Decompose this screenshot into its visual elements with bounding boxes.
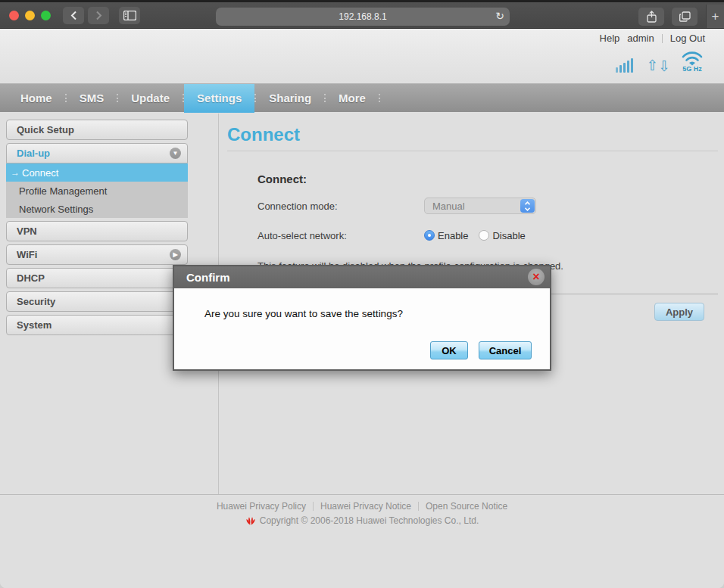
main-nav: Home SMS Update Settings Sharing More	[0, 83, 724, 112]
share-button[interactable]	[638, 8, 664, 26]
footer-divider	[418, 502, 419, 511]
connection-mode-value: Manual	[432, 201, 465, 212]
address-bar[interactable]: 192.168.8.1 ↻	[216, 8, 510, 26]
sidebar-item-dial-up[interactable]: Dial-up ▼	[6, 143, 188, 163]
reload-icon[interactable]: ↻	[495, 10, 504, 22]
help-link[interactable]: Help	[600, 33, 620, 44]
dial-up-submenu: → Connect Profile Management Network Set…	[6, 163, 188, 218]
connection-mode-label: Connection mode:	[257, 201, 424, 212]
confirm-dialog: Confirm × Are you sure you want to save …	[173, 265, 551, 371]
connection-mode-select[interactable]: Manual	[424, 198, 536, 214]
enable-radio-label[interactable]: Enable	[438, 230, 468, 241]
nav-tab-sharing[interactable]: Sharing	[256, 84, 324, 113]
nav-tab-more[interactable]: More	[326, 84, 379, 113]
header-links: Help admin Log Out	[600, 33, 705, 44]
minimize-window-button[interactable]	[25, 11, 35, 20]
footer-divider	[313, 502, 314, 511]
dialog-buttons: OK Cancel	[430, 341, 532, 359]
sidebar-item-wifi[interactable]: WiFi ▶	[6, 244, 188, 265]
footer-links: Huawei Privacy Policy Huawei Privacy Not…	[0, 501, 724, 512]
cancel-button[interactable]: Cancel	[479, 341, 532, 359]
back-button[interactable]	[63, 7, 84, 24]
admin-user-link[interactable]: admin	[627, 33, 654, 44]
close-window-button[interactable]	[9, 11, 19, 20]
traffic-arrows-icon: ⇧⇧	[646, 58, 670, 73]
auto-select-label: Auto-select network:	[257, 230, 424, 241]
chevron-right-icon: ▶	[170, 249, 181, 260]
enable-radio[interactable]	[424, 230, 435, 241]
show-tabs-button[interactable]	[672, 8, 697, 26]
sidebar-item-vpn[interactable]: VPN	[6, 221, 188, 241]
close-icon[interactable]: ×	[528, 269, 545, 285]
page-header: Help admin Log Out ⇧⇧ 5G Hz	[0, 29, 724, 83]
window-controls	[9, 11, 51, 20]
sidebar-item-connect[interactable]: → Connect	[6, 163, 188, 182]
sidebar-toggle-button[interactable]	[119, 7, 140, 24]
ok-button[interactable]: OK	[430, 341, 468, 359]
sidebar-item-network-settings[interactable]: Network Settings	[6, 200, 188, 218]
section-title: Connect:	[257, 173, 718, 185]
settings-sidebar: Quick Setup Dial-up ▼ → Connect Profile …	[6, 120, 188, 338]
current-page-arrow-icon: →	[11, 167, 20, 178]
copyright-row: Copyright © 2006-2018 Huawei Technologie…	[0, 515, 724, 526]
header-links-divider	[662, 34, 663, 43]
router-admin-page: Help admin Log Out ⇧⇧ 5G Hz	[0, 29, 724, 588]
page-footer: Huawei Privacy Policy Huawei Privacy Not…	[0, 494, 724, 588]
nav-tab-settings[interactable]: Settings	[184, 84, 254, 113]
chevron-down-icon: ▼	[170, 148, 181, 159]
sidebar-item-quick-setup[interactable]: Quick Setup	[6, 120, 188, 140]
chevron-right-icon	[95, 11, 102, 20]
nav-tab-update[interactable]: Update	[118, 84, 183, 113]
auto-select-row: Auto-select network: Enable Disable	[257, 226, 718, 244]
copyright-text: Copyright © 2006-2018 Huawei Technologie…	[260, 515, 479, 526]
forward-button[interactable]	[88, 7, 109, 24]
connect-form: Connection mode: Manual	[257, 197, 718, 244]
sidebar-item-system[interactable]: System	[6, 315, 188, 335]
dialog-titlebar: Confirm ×	[174, 266, 550, 288]
title-divider	[227, 151, 718, 151]
chevron-left-icon	[70, 11, 77, 20]
signal-strength-icon	[616, 58, 635, 73]
privacy-policy-link[interactable]: Huawei Privacy Policy	[217, 501, 306, 512]
nav-divider	[379, 94, 380, 102]
nav-tab-sms[interactable]: SMS	[67, 84, 117, 113]
dialog-title: Confirm	[186, 271, 230, 284]
apply-button[interactable]: Apply	[654, 303, 704, 321]
status-indicators: ⇧⇧ 5G Hz	[616, 51, 703, 73]
privacy-notice-link[interactable]: Huawei Privacy Notice	[320, 501, 411, 512]
browser-toolbar: 192.168.8.1 ↻ +	[0, 0, 724, 29]
huawei-logo-icon	[245, 515, 256, 526]
logout-link[interactable]: Log Out	[670, 33, 705, 44]
sidebar-item-dhcp[interactable]: DHCP	[6, 268, 188, 288]
sidebar-icon	[123, 11, 136, 20]
sidebar-item-security[interactable]: Security	[6, 291, 188, 312]
new-tab-button[interactable]: +	[706, 5, 724, 28]
wifi-band-label: 5G Hz	[682, 65, 702, 73]
dialog-message: Are you sure you want to save the settin…	[204, 308, 403, 319]
url-text: 192.168.8.1	[339, 11, 386, 22]
disable-radio-label[interactable]: Disable	[492, 230, 525, 241]
page-title: Connect	[227, 124, 718, 145]
select-stepper-icon	[520, 199, 535, 213]
wifi-status: 5G Hz	[682, 51, 703, 73]
wifi-icon	[682, 51, 703, 66]
nav-tab-home[interactable]: Home	[8, 84, 65, 113]
open-source-notice-link[interactable]: Open Source Notice	[426, 501, 507, 512]
connection-mode-row: Connection mode: Manual	[257, 197, 718, 215]
zoom-window-button[interactable]	[41, 11, 51, 20]
sidebar-item-profile-management[interactable]: Profile Management	[6, 182, 188, 200]
tabs-icon	[679, 11, 691, 22]
dialog-body: Are you sure you want to save the settin…	[174, 288, 550, 369]
disable-radio[interactable]	[479, 230, 489, 241]
share-icon	[647, 11, 657, 23]
browser-window: 192.168.8.1 ↻ + Help admin Log Out	[0, 0, 724, 588]
